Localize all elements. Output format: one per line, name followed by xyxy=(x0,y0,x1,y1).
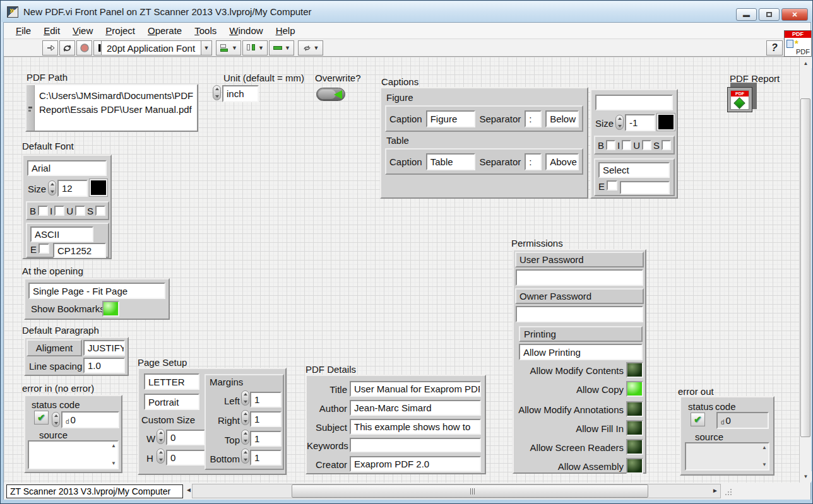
scroll-down-icon[interactable]: ▼ xyxy=(111,461,116,466)
owner-password-field[interactable] xyxy=(516,306,643,322)
menu-project[interactable]: Project xyxy=(100,24,141,37)
bottom-margin-spinner[interactable] xyxy=(241,448,249,464)
w-field[interactable]: 0 xyxy=(166,430,205,445)
path-browse-icon[interactable] xyxy=(27,85,35,131)
table-separator-field[interactable]: : xyxy=(525,153,542,170)
paper-size-field[interactable]: LETTER xyxy=(144,373,199,390)
minimize-button[interactable]: ▬ xyxy=(736,8,757,21)
h-spinner[interactable] xyxy=(157,448,165,464)
right-margin-field[interactable]: 1 xyxy=(250,411,282,427)
encoding-field[interactable]: CP1252 xyxy=(53,243,106,258)
keywords-field[interactable] xyxy=(350,438,481,452)
run-button[interactable] xyxy=(42,40,58,56)
code-field[interactable]: d 0 xyxy=(61,411,119,428)
run-continuous-button[interactable] xyxy=(59,40,75,56)
creator-field[interactable]: Exaprom PDF 2.0 xyxy=(350,456,481,472)
distribute-objects-dropdown[interactable]: ▼ xyxy=(242,40,268,56)
vertical-scrollbar-thumb[interactable] xyxy=(800,98,810,437)
view-mode-field[interactable]: Single Page - Fit Page xyxy=(28,283,165,299)
menu-view[interactable]: View xyxy=(67,24,98,37)
e-checkbox[interactable] xyxy=(39,243,49,254)
author-field[interactable]: Jean-Marc Simard xyxy=(350,400,481,416)
scroll-right-icon[interactable]: ► xyxy=(712,487,718,494)
left-margin-field[interactable]: 1 xyxy=(250,392,282,407)
source-field[interactable]: ▲ ▼ xyxy=(28,440,119,469)
orientation-field[interactable]: Portrait xyxy=(144,394,199,410)
caption-font-encoding-field[interactable] xyxy=(620,181,670,194)
top-margin-field[interactable]: 1 xyxy=(250,431,282,447)
menu-file[interactable]: File xyxy=(10,24,37,37)
status-check-button[interactable] xyxy=(34,411,49,425)
scroll-down-icon[interactable]: ▼ xyxy=(800,471,812,481)
scroll-up-icon[interactable]: ▲ xyxy=(762,445,767,450)
show-bookmarks-led[interactable] xyxy=(102,301,119,317)
menu-tools[interactable]: Tools xyxy=(189,24,222,37)
pdf-path-value[interactable]: C:\Users\JMSimard\Documents\PDF Report\E… xyxy=(35,85,197,131)
close-button[interactable]: ✕ xyxy=(781,8,808,21)
h-field[interactable]: 0 xyxy=(166,450,205,466)
chevron-down-icon[interactable]: ▼ xyxy=(201,41,211,55)
font-size-field[interactable]: 12 xyxy=(57,180,88,197)
subject-field[interactable]: This example shows how to xyxy=(350,419,481,435)
menu-help[interactable]: Help xyxy=(270,24,301,37)
strike-checkbox[interactable] xyxy=(662,140,671,150)
menu-edit[interactable]: Edit xyxy=(38,24,66,37)
title-field[interactable]: User Manual for Exaprom PDF xyxy=(350,381,481,397)
size-spinner[interactable] xyxy=(615,115,624,130)
allow-assembly-led[interactable] xyxy=(626,458,643,474)
allow-fill-in-led[interactable] xyxy=(626,420,643,436)
scroll-up-icon[interactable]: ▲ xyxy=(800,58,812,68)
caption-font-color-box[interactable] xyxy=(657,114,675,131)
horizontal-scrollbar-thumb[interactable] xyxy=(292,484,648,498)
table-caption-field[interactable]: Table xyxy=(426,153,476,170)
user-password-field[interactable] xyxy=(516,269,643,286)
code-spinner[interactable] xyxy=(52,412,60,427)
vertical-scrollbar[interactable]: ▲ ▼ xyxy=(799,57,811,483)
right-margin-spinner[interactable] xyxy=(241,410,249,425)
caption-font-size-field[interactable]: -1 xyxy=(625,114,655,131)
strike-checkbox[interactable] xyxy=(95,206,105,216)
figure-caption-field[interactable]: Figure xyxy=(426,110,476,127)
unit-field[interactable]: inch xyxy=(222,85,259,102)
execution-target-selector[interactable]: ZT Scanner 2013 V3.lvproj/My Computer xyxy=(6,484,183,498)
scroll-up-icon[interactable]: ▲ xyxy=(111,443,116,448)
pdf-report-refnum[interactable]: PDF xyxy=(727,83,757,112)
reorder-dropdown[interactable]: ▼ xyxy=(298,40,323,56)
unit-spinner[interactable] xyxy=(213,85,221,100)
allow-copy-led[interactable] xyxy=(626,381,643,397)
resize-grip[interactable] xyxy=(724,488,733,496)
line-spacing-field[interactable]: 1.0 xyxy=(83,358,125,373)
scroll-down-icon[interactable]: ▼ xyxy=(762,462,767,467)
printing-field[interactable]: Allow Printing xyxy=(519,344,643,360)
context-left-arrow-icon[interactable]: ◄ xyxy=(186,486,192,493)
font-selector[interactable]: 20pt Application Font ▼ xyxy=(101,40,212,56)
abort-button[interactable] xyxy=(76,40,92,56)
charset-field[interactable]: ASCII xyxy=(30,226,93,242)
maximize-button[interactable] xyxy=(759,8,780,21)
figure-separator-field[interactable]: : xyxy=(525,110,542,127)
size-spinner[interactable] xyxy=(48,180,56,196)
italic-checkbox[interactable] xyxy=(622,140,631,150)
allow-modify-annotations-led[interactable] xyxy=(626,401,643,417)
caption-font-name-field[interactable] xyxy=(595,95,673,110)
font-name-field[interactable]: Arial xyxy=(27,160,107,176)
menu-operate[interactable]: Operate xyxy=(142,24,187,37)
top-margin-spinner[interactable] xyxy=(241,430,249,445)
figure-position-field[interactable]: Below xyxy=(545,110,579,127)
bottom-margin-field[interactable]: 1 xyxy=(250,450,282,466)
left-margin-spinner[interactable] xyxy=(241,390,249,406)
caption-font-select-field[interactable]: Select xyxy=(598,162,670,178)
underline-checkbox[interactable] xyxy=(75,206,85,216)
align-objects-dropdown[interactable]: ▼ xyxy=(216,40,241,56)
underline-checkbox[interactable] xyxy=(642,140,651,150)
italic-checkbox[interactable] xyxy=(54,206,64,216)
allow-screen-readers-led[interactable] xyxy=(626,439,643,455)
bold-checkbox[interactable] xyxy=(38,206,48,216)
font-color-box[interactable] xyxy=(90,179,107,196)
w-spinner[interactable] xyxy=(157,429,165,444)
alignment-field[interactable]: JUSTIFY xyxy=(83,340,125,356)
allow-modify-contents-led[interactable] xyxy=(626,362,643,378)
help-button[interactable]: ? xyxy=(766,40,783,56)
menu-window[interactable]: Window xyxy=(223,24,268,37)
resize-objects-dropdown[interactable]: ▼ xyxy=(269,40,294,56)
